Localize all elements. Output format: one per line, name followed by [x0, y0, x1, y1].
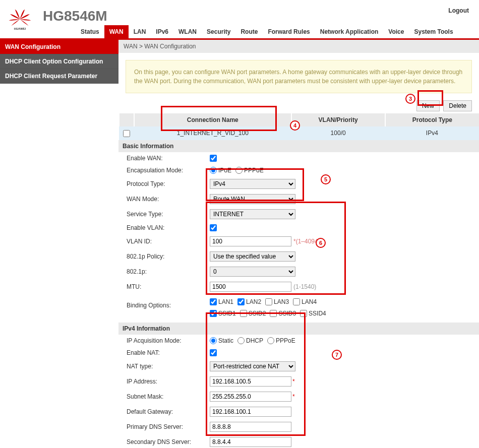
- service-label: Service Type:: [127, 211, 210, 218]
- header: HUAWEI HG8546M Logout: [0, 0, 479, 25]
- gateway-label: Default Gateway:: [127, 408, 210, 415]
- ip-addr-label: IP Address:: [127, 378, 210, 385]
- vlan-id-label: VLAN ID:: [127, 238, 210, 245]
- ipv4-section-header: IPv4 Information: [118, 323, 479, 335]
- nav-wan[interactable]: WAN: [104, 25, 129, 38]
- sidebar: WAN ConfigurationDHCP Client Option Conf…: [0, 40, 118, 448]
- svg-text:HUAWEI: HUAWEI: [14, 27, 26, 30]
- mtu-input[interactable]: [210, 282, 291, 292]
- nav-route[interactable]: Route: [235, 25, 263, 38]
- ip-pppoe-radio[interactable]: [267, 337, 274, 344]
- bind-ssid3[interactable]: [270, 310, 277, 317]
- encap-ipoe-radio[interactable]: [210, 167, 217, 174]
- proto-type-label: Protocol Type:: [127, 180, 210, 187]
- mtu-label: MTU:: [127, 283, 210, 290]
- nat-type-label: NAT type:: [127, 363, 210, 370]
- sidebar-item-2[interactable]: DHCP Client Request Parameter: [0, 69, 118, 84]
- nav-network-application[interactable]: Network Application: [315, 25, 384, 38]
- sdns-input[interactable]: [210, 437, 291, 447]
- wan-mode-label: WAN Mode:: [127, 196, 210, 203]
- breadcrumb: WAN > WAN Configuration: [118, 40, 479, 53]
- th-3: Protocol Type: [385, 113, 479, 126]
- th-1: Connection Name: [134, 113, 291, 126]
- subnet-label: Subnet Mask:: [127, 393, 210, 400]
- pdns-input[interactable]: [210, 422, 291, 432]
- sidebar-item-0[interactable]: WAN Configuration: [0, 40, 118, 54]
- sdns-label: Secondary DNS Server:: [127, 438, 210, 445]
- huawei-logo: HUAWEI: [6, 8, 34, 30]
- ip-dhcp-radio[interactable]: [237, 337, 245, 344]
- nav-forward-rules[interactable]: Forward Rules: [263, 25, 315, 38]
- vlan-cell: 100/0: [291, 126, 385, 140]
- bind-lan3[interactable]: [265, 298, 272, 305]
- new-button[interactable]: New: [416, 100, 440, 111]
- binding-label: Binding Options:: [127, 297, 210, 309]
- proto-type-select[interactable]: IPv4: [210, 179, 295, 189]
- dot1p-policy-label: 802.1p Policy:: [127, 253, 210, 260]
- vlan-id-input[interactable]: [210, 236, 291, 246]
- bind-ssid2[interactable]: [240, 310, 247, 317]
- bind-lan2[interactable]: [237, 298, 245, 305]
- th-2: VLAN/Priority: [291, 113, 385, 126]
- subnet-input[interactable]: [210, 392, 291, 402]
- pdns-label: Primary DNS Server:: [127, 423, 210, 430]
- nav-status[interactable]: Status: [76, 25, 104, 38]
- service-select[interactable]: INTERNET: [210, 209, 295, 219]
- sidebar-item-1[interactable]: DHCP Client Option Configuration: [0, 54, 118, 69]
- dot1p-policy-select[interactable]: Use the specified value: [210, 251, 295, 262]
- enable-nat-checkbox[interactable]: [210, 349, 217, 356]
- ip-acq-label: IP Acquisition Mode:: [127, 337, 210, 344]
- nav-system-tools[interactable]: System Tools: [409, 25, 458, 38]
- row-checkbox[interactable]: [123, 130, 130, 137]
- proto-cell: IPv4: [385, 126, 479, 140]
- bind-ssid4[interactable]: [300, 310, 307, 317]
- dot1p-label: 802.1p:: [127, 268, 210, 275]
- basic-section-header: Basic Information: [118, 140, 479, 152]
- conn-name-cell[interactable]: 1_INTERNET_R_VID_100: [134, 126, 291, 140]
- th-0: [119, 113, 134, 126]
- enable-wan-checkbox[interactable]: [210, 155, 217, 162]
- nav-lan[interactable]: LAN: [129, 25, 151, 38]
- wan-mode-select[interactable]: Route WAN: [210, 194, 295, 204]
- bind-lan4[interactable]: [293, 298, 300, 305]
- bind-ssid1[interactable]: [210, 310, 217, 317]
- bind-lan1[interactable]: [210, 298, 217, 305]
- nav-ipv6[interactable]: IPv6: [151, 25, 173, 38]
- logout-link[interactable]: Logout: [448, 7, 469, 14]
- enable-nat-label: Enable NAT:: [127, 349, 210, 356]
- nav-security[interactable]: Security: [202, 25, 235, 38]
- nav-wlan[interactable]: WLAN: [173, 25, 202, 38]
- dot1p-select[interactable]: 0: [210, 267, 295, 277]
- info-box: On this page, you can configure WAN port…: [126, 60, 472, 93]
- table-row: 1_INTERNET_R_VID_100 100/0 IPv4: [119, 126, 479, 140]
- nav-voice[interactable]: Voice: [383, 25, 409, 38]
- ip-static-radio[interactable]: [210, 337, 217, 344]
- ip-addr-input[interactable]: [210, 376, 291, 387]
- delete-button[interactable]: Delete: [443, 100, 472, 111]
- enable-wan-label: Enable WAN:: [127, 155, 210, 162]
- main-content: WAN > WAN Configuration On this page, yo…: [118, 40, 479, 448]
- gateway-input[interactable]: [210, 407, 291, 417]
- enable-vlan-checkbox[interactable]: [210, 224, 217, 231]
- top-nav: StatusWANLANIPv6WLANSecurityRouteForward…: [0, 25, 479, 40]
- nat-type-select[interactable]: Port-restricted cone NAT: [210, 361, 295, 371]
- enable-vlan-label: Enable VLAN:: [127, 224, 210, 231]
- encap-pppoe-radio[interactable]: [235, 167, 243, 174]
- encap-label: Encapsulation Mode:: [127, 167, 210, 174]
- model-title: HG8546M: [43, 8, 107, 24]
